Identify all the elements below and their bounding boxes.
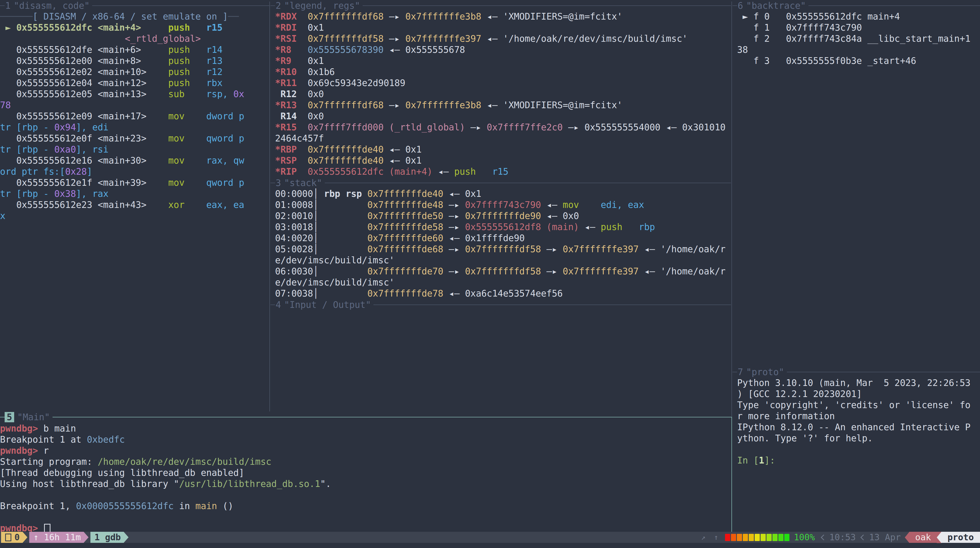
- gauge-block: [760, 534, 766, 541]
- window-tab-gdb[interactable]: 1 gdb: [91, 532, 129, 543]
- terminal-line: ► 0x555555612dfc <main+4> push r15: [0, 22, 244, 33]
- pane-lines: ► f 0 0x555555612dfc main+4 f 1 0x7ffff7…: [737, 11, 970, 67]
- border-dash: [0, 417, 5, 417]
- terminal-line: 01:0008│ 0x7fffffffde48 —▸ 0x7ffff743c79…: [275, 199, 725, 210]
- terminal-line: tr [rbp - 0x94], edi: [0, 122, 244, 133]
- terminal-line: 04:0020│ 0x7fffffffde60 ◂— 0x1ffffde90: [275, 233, 725, 244]
- powerline-arrow-icon: [937, 532, 941, 543]
- gauge-block: [772, 534, 778, 541]
- powerline-arrow-icon: [905, 532, 910, 543]
- hostname-segment: oak: [910, 532, 937, 543]
- terminal-line: ► f 0 0x555555612dfc main+4: [737, 11, 970, 22]
- session-indicator[interactable]: 0: [1, 532, 27, 543]
- pane-title: "stack": [281, 178, 325, 188]
- pane-border-vertical-right-active[interactable]: [732, 417, 732, 532]
- terminal-line: *RDX 0x7fffffffdf68 —▸ 0x7fffffffe3b8 ◂—…: [275, 11, 725, 22]
- pane-number: 1: [5, 0, 11, 11]
- terminal-line: 0x555555612dfe <main+6> push r14: [0, 44, 244, 56]
- terminal-line: *RDI 0x1: [275, 22, 725, 33]
- terminal-line: 00:0000│ rbp rsp 0x7fffffffde40 ◂— 0x1: [275, 188, 725, 199]
- terminal-line: *RIP 0x555555612dfc (main+4) ◂— push r15: [275, 166, 725, 177]
- terminal-line: 07:0038│ 0x7fffffffde78 ◂— 0xa6c14e53574…: [275, 288, 725, 299]
- terminal-line: [Thread debugging using libthread_db ena…: [0, 467, 331, 478]
- terminal-line: 78: [0, 100, 244, 111]
- pane-border-vertical-left[interactable]: [269, 2, 270, 411]
- terminal-line: 38: [737, 44, 970, 56]
- terminal-line: 0x555555612e02 <main+10> push r12: [0, 67, 244, 78]
- pane-lines[interactable]: pwndbg> b mainBreakpoint 1 at 0xbedfcpwn…: [0, 423, 331, 534]
- chevron-left-icon: [861, 534, 866, 540]
- terminal-line: e/dev/imsc/build/imsc': [275, 277, 725, 288]
- terminal-screen: 1"disasm, code" ──────[ DISASM / x86-64 …: [0, 0, 980, 548]
- terminal-line: <_rtld_global>: [0, 33, 244, 44]
- pane-proto[interactable]: 7"proto" Python 3.10.10 (main, Mar 5 202…: [732, 366, 980, 532]
- border-fill: [325, 183, 731, 183]
- gauge-block: [778, 534, 783, 541]
- terminal-line: *R15 0x7ffff7ffd000 (_rtld_global) —▸ 0x…: [275, 122, 725, 133]
- terminal-line: 0x555555612e1f <main+39> mov qword p: [0, 177, 244, 188]
- terminal-line: Breakpoint 1, 0x0000555555612dfc in main…: [0, 500, 331, 512]
- terminal-line: *R10 0x1b6: [275, 67, 725, 78]
- network-arrows-icon: ↗ ↑: [701, 532, 721, 543]
- pane-lines: Python 3.10.10 (main, Mar 5 2023, 22:26:…: [737, 378, 970, 466]
- terminal-line: *RSP 0x7fffffffde40 ◂— 0x1: [275, 155, 725, 166]
- terminal-line: r more information: [737, 411, 970, 422]
- terminal-line: Python 3.10.10 (main, Mar 5 2023, 22:26:…: [737, 378, 970, 389]
- border-dash: [732, 5, 737, 6]
- status-right: ↗ ↑ 100% 10:53 13 Apr oak proto: [701, 532, 980, 543]
- session-index: 0: [14, 532, 19, 543]
- pane-stack[interactable]: 3"stack" 00:0000│ rbp rsp 0x7fffffffde40…: [270, 177, 731, 299]
- border-fill: [92, 5, 269, 6]
- window-outline-icon: [5, 534, 11, 541]
- pane-registers[interactable]: 2"legend, regs" *RDX 0x7fffffffdf68 —▸ 0…: [270, 0, 731, 177]
- pane-input-output[interactable]: 4"Input / Output": [270, 299, 731, 411]
- window-label: 1 gdb: [94, 532, 121, 543]
- terminal-line: tr [rbp - 0x38], rax: [0, 188, 244, 199]
- terminal-line: ord ptr fs:[0x28]: [0, 166, 244, 177]
- gauge-block: [784, 534, 789, 541]
- pane-title: "Input / Output": [281, 299, 374, 310]
- uptime-label: ↑ 16h 11m: [33, 532, 81, 543]
- border-dash: [270, 183, 275, 183]
- terminal-line: 02:0010│ 0x7fffffffde50 —▸ 0x7fffffffde9…: [275, 210, 725, 221]
- terminal-line: *R9 0x1: [275, 56, 725, 67]
- pane-number: 6: [737, 0, 743, 11]
- border-fill: [363, 5, 731, 6]
- pane-main[interactable]: 5"Main" pwndbg> b mainBreakpoint 1 at 0x…: [0, 411, 732, 532]
- clock: 10:53: [829, 532, 856, 543]
- pane-title-row: 2"legend, regs": [270, 0, 731, 11]
- terminal-line: 0x555555612e16 <main+30> mov rax, qw: [0, 155, 244, 166]
- uptime-indicator: ↑ 16h 11m: [29, 532, 88, 543]
- gauge-block: [737, 534, 742, 541]
- date: 13 Apr: [869, 532, 900, 543]
- terminal-line: f 1 0x7ffff743c790: [737, 22, 970, 33]
- battery-percent: 100%: [794, 532, 815, 543]
- terminal-line: 03:0018│ 0x7fffffffde58 —▸ 0x555555612df…: [275, 221, 725, 233]
- gauge-block: [749, 534, 754, 541]
- border-fill: [787, 372, 980, 372]
- terminal-line: pwndbg> b main: [0, 423, 331, 434]
- terminal-line: pwndbg> r: [0, 445, 331, 456]
- border-fill: [808, 5, 980, 6]
- border-dash: [732, 372, 737, 372]
- terminal-line: f 3 0x5555555f0b3e _start+46: [737, 56, 970, 67]
- gauge-block: [725, 534, 730, 541]
- terminal-line: 2464c457f: [275, 133, 725, 144]
- pane-number-active-badge: 5: [5, 412, 14, 422]
- session-name-segment: proto: [941, 532, 980, 543]
- terminal-line: IPython 8.12.0 -- An enhanced Interactiv…: [737, 422, 970, 433]
- pane-backtrace[interactable]: 6"backtrace" ► f 0 0x555555612dfc main+4…: [732, 0, 980, 366]
- pane-number: 3: [275, 178, 281, 188]
- pane-border-vertical-right[interactable]: [732, 2, 732, 417]
- terminal-line: 0x555555612e09 <main+17> mov dword p: [0, 111, 244, 122]
- pane-title-row: 5"Main": [0, 411, 732, 422]
- terminal-line: x: [0, 210, 244, 221]
- terminal-line: [0, 512, 331, 523]
- border-fill: [374, 304, 731, 305]
- pane-title: "Main": [14, 412, 52, 422]
- chevron-left-icon: [821, 534, 827, 540]
- pane-title: "backtrace": [743, 0, 808, 11]
- pane-disasm[interactable]: 1"disasm, code" ──────[ DISASM / x86-64 …: [0, 0, 269, 411]
- terminal-line: Using host libthread_db library "/usr/li…: [0, 478, 331, 489]
- terminal-line: 0x555555612e23 <main+43> xor eax, ea: [0, 199, 244, 210]
